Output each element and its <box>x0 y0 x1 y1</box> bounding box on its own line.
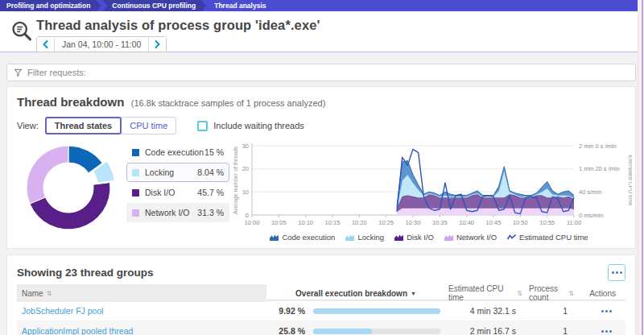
legend-swatch <box>132 149 139 156</box>
cpu-time-value: 4 min 32.1 s <box>445 306 526 316</box>
scrollbar-thumb[interactable] <box>642 0 643 335</box>
execution-percent: 25.8 % <box>266 326 305 335</box>
page-title: Thread analysis of process group 'idea*.… <box>36 18 320 33</box>
include-waiting-label: Include waiting threads <box>213 121 304 130</box>
chart-legend-item-network-i-o[interactable]: Network I/O <box>444 233 497 242</box>
column-label: Actions <box>589 289 616 298</box>
svg-text:0: 0 <box>246 212 249 219</box>
svg-text:2 min 0 s /min: 2 min 0 s /min <box>579 143 617 150</box>
legend-value: 45.7 % <box>197 188 224 197</box>
table-more-button[interactable] <box>608 264 625 281</box>
line-glyph-icon <box>507 234 516 241</box>
column-header-estimated-cpu-time[interactable]: Estimated CPU time⇅ <box>445 284 526 302</box>
svg-text:10:50: 10:50 <box>513 219 528 226</box>
svg-text:10:05: 10:05 <box>271 219 287 226</box>
breadcrumb-item-thread-analysis: Thread analysis <box>208 0 272 11</box>
scrollbar[interactable] <box>638 0 644 335</box>
thread-groups-card: Showing 23 thread groups Name⇅Overall ex… <box>6 254 636 335</box>
timeframe-prev-button[interactable] <box>37 37 54 52</box>
svg-text:10:30: 10:30 <box>406 219 421 226</box>
legend-label: Disk I/O <box>145 188 197 197</box>
legend-row-disk-i-o[interactable]: Disk I/O45.7 % <box>126 183 229 202</box>
legend-row-network-i-o[interactable]: Network I/O31.3 % <box>126 203 229 222</box>
timeframe-next-button[interactable] <box>149 37 166 52</box>
breadcrumb-item-continuous-cpu-profiling[interactable]: Continuous CPU profiling <box>102 0 206 11</box>
process-count-value: 1 <box>526 306 582 316</box>
include-waiting-checkbox[interactable] <box>197 121 208 131</box>
column-label: Estimated CPU time <box>448 284 514 302</box>
filter-bar[interactable]: Filter requests: <box>6 64 636 81</box>
row-actions-button[interactable] <box>599 308 614 315</box>
view-option-cpu-time[interactable]: CPU time <box>121 117 176 134</box>
thread-group-link[interactable]: ApplicationImpl pooled thread <box>22 326 133 335</box>
chart-legend-label: Code execution <box>282 233 335 242</box>
chart-legend-item-estimated-cpu-time[interactable]: Estimated CPU time <box>507 233 588 242</box>
svg-text:10:45: 10:45 <box>486 219 502 226</box>
thread-timeseries-chart[interactable]: 00 ms/min1040 s/min201 min 20 s /min302 … <box>233 138 625 242</box>
svg-text:10:20: 10:20 <box>352 219 367 226</box>
svg-text:10:55: 10:55 <box>539 219 555 226</box>
svg-text:11:00: 11:00 <box>567 219 581 226</box>
donut-slice-network-i-o[interactable] <box>27 146 68 204</box>
thread-group-link[interactable]: JobScheduler FJ pool <box>22 306 104 316</box>
breakdown-bar-fill <box>313 329 372 334</box>
actions-cell <box>582 308 625 315</box>
chart-legend-item-disk-i-o[interactable]: Disk I/O <box>394 233 434 242</box>
view-label: View: <box>17 121 39 130</box>
timeframe-label[interactable]: Jan 04, 10:00 - 11:00 <box>54 37 149 52</box>
area-glyph-icon <box>394 234 403 241</box>
chart-legend: Code executionLockingDisk I/ONetwork I/O… <box>233 233 625 242</box>
svg-text:10:40: 10:40 <box>459 219 474 226</box>
table-body: JobScheduler FJ pool9.92 %4 min 32.1 s1A… <box>17 300 625 335</box>
actions-cell <box>582 328 625 335</box>
breakdown-bar-track <box>313 329 440 334</box>
legend-value: 15 % <box>204 147 224 157</box>
svg-text:Estimated CPU time: Estimated CPU time <box>628 155 632 205</box>
breadcrumb: Profiling and optimizationContinuous CPU… <box>0 0 644 11</box>
cpu-time-value: 2 min 16.7 s <box>445 326 526 335</box>
breakdown-bar-cell <box>305 308 445 314</box>
legend-value: 31.3 % <box>197 208 224 217</box>
chart-legend-item-code-execution[interactable]: Code execution <box>270 233 335 242</box>
ellipsis-icon <box>601 330 604 333</box>
row-actions-button[interactable] <box>599 328 614 335</box>
svg-text:20: 20 <box>242 165 249 172</box>
chart-legend-label: Disk I/O <box>407 233 434 242</box>
legend-label: Network I/O <box>145 208 197 217</box>
svg-text:10:00: 10:00 <box>245 219 260 226</box>
area-glyph-icon <box>444 234 453 241</box>
column-header-name[interactable]: Name⇅ <box>17 284 266 302</box>
column-header-process-count[interactable]: Process count⇅ <box>526 284 582 302</box>
legend-swatch <box>132 189 139 196</box>
column-header-actions: Actions <box>582 284 625 302</box>
view-option-thread-states[interactable]: Thread states <box>45 117 122 134</box>
svg-text:40 s/min: 40 s/min <box>579 188 601 196</box>
legend-row-locking[interactable]: Locking8.04 % <box>126 163 229 182</box>
chart-legend-label: Network I/O <box>456 233 497 242</box>
column-label: Process count <box>529 284 565 302</box>
thread-analysis-icon <box>10 18 36 52</box>
table-row-applicationimpl-pooled-thread: ApplicationImpl pooled thread25.8 %2 min… <box>17 321 625 335</box>
chart-legend-item-locking[interactable]: Locking <box>345 233 384 242</box>
filter-funnel-icon <box>14 68 23 77</box>
filter-placeholder: Filter requests: <box>27 68 86 77</box>
table-header: Name⇅Overall execution breakdown▼Estimat… <box>17 284 625 300</box>
svg-text:0 ms/min: 0 ms/min <box>579 212 603 219</box>
timeseries-plot[interactable]: 00 ms/min1040 s/min201 min 20 s /min302 … <box>233 139 625 233</box>
legend-value: 8.04 % <box>197 168 224 177</box>
legend-swatch <box>132 169 139 176</box>
name-cell: JobScheduler FJ pool <box>17 306 266 316</box>
column-header-overall-execution-breakdown[interactable]: Overall execution breakdown▼ <box>266 284 445 302</box>
name-cell: ApplicationImpl pooled thread <box>17 326 266 335</box>
column-label: Name <box>22 289 43 298</box>
sort-icon: ⇅ <box>47 290 52 297</box>
timeframe-picker: Jan 04, 10:00 - 11:00 <box>36 36 167 52</box>
breadcrumb-item-profiling-and-optimization[interactable]: Profiling and optimization <box>0 0 101 11</box>
page-header: Thread analysis of process group 'idea*.… <box>0 11 644 52</box>
table-title: Showing 23 thread groups <box>17 267 154 279</box>
legend-row-code-execution[interactable]: Code execution15 % <box>126 143 229 162</box>
thread-states-donut[interactable] <box>17 138 122 242</box>
svg-text:Average number of threads: Average number of threads <box>233 146 239 214</box>
chart-legend-label: Locking <box>357 233 384 242</box>
svg-text:10:35: 10:35 <box>432 219 448 226</box>
